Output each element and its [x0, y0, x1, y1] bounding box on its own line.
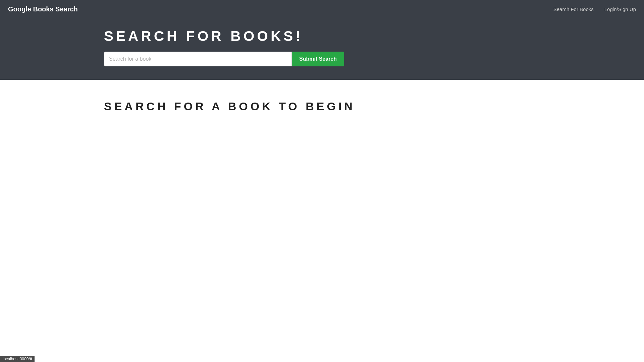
- navbar-brand[interactable]: Google Books Search: [8, 5, 78, 13]
- search-header: SEARCH FOR BOOKS! Submit Search: [0, 18, 644, 80]
- status-bar: localhost:3000/#: [0, 356, 35, 362]
- search-title: SEARCH FOR BOOKS!: [104, 28, 303, 44]
- navbar-link-search[interactable]: Search For Books: [553, 6, 594, 12]
- submit-search-button[interactable]: Submit Search: [292, 52, 344, 66]
- main-content: SEARCH FOR A BOOK TO BEGIN: [0, 80, 644, 133]
- navbar-links: Search For Books Login/Sign Up: [553, 6, 636, 12]
- navbar-link-login[interactable]: Login/Sign Up: [604, 6, 636, 12]
- search-input[interactable]: [104, 52, 292, 66]
- empty-state-message: SEARCH FOR A BOOK TO BEGIN: [104, 100, 540, 113]
- navbar: Google Books Search Search For Books Log…: [0, 0, 644, 18]
- search-bar-container: Submit Search: [104, 52, 344, 66]
- status-url: localhost:3000/#: [3, 357, 32, 361]
